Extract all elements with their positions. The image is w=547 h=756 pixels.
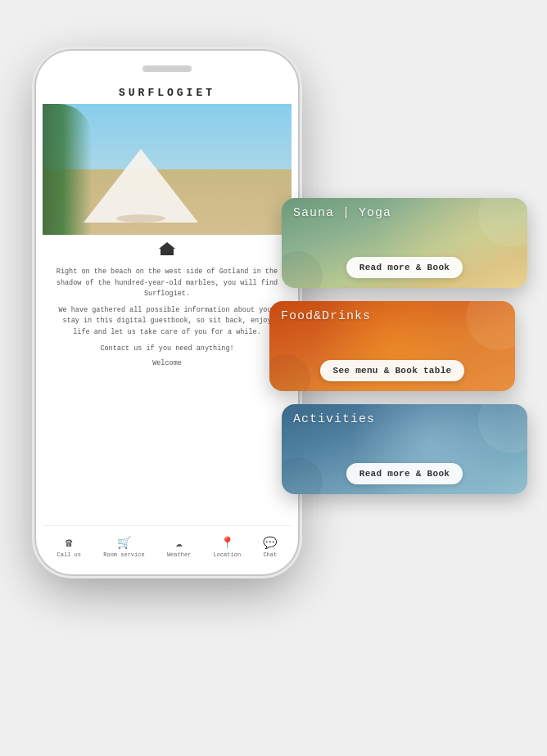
home-icon [159, 242, 175, 255]
nav-item-weather[interactable]: ☁ Weather [167, 536, 191, 558]
nav-item-location[interactable]: 📍 Location [214, 536, 242, 558]
bottom-nav: ☎ Call us 🛒 Room service ☁ Weather 📍 Loc… [43, 525, 292, 568]
app-body: Right on the beach on the west side of G… [43, 235, 292, 525]
phone-inner: SURFLOGIET Right on the beach on the wes… [43, 57, 292, 568]
nav-label-weather: Weather [167, 551, 191, 558]
home-icon-container [56, 241, 278, 260]
body-text-3: Contact us if you need anything! [56, 344, 278, 355]
nav-item-chat[interactable]: 💬 Chat [263, 536, 277, 558]
sauna-yoga-card-content: Sauna | Yoga Read more & Book [293, 206, 516, 278]
phone-notch [142, 65, 192, 72]
sauna-yoga-title: Sauna | Yoga [293, 206, 516, 220]
activities-title: Activities [293, 412, 516, 426]
sauna-yoga-card: Sauna | Yoga Read more & Book [282, 198, 527, 288]
scene: SURFLOGIET Right on the beach on the wes… [20, 18, 527, 738]
nav-label-room-service: Room service [103, 551, 144, 558]
tent-shape [84, 149, 198, 223]
phone-status-bar [43, 57, 292, 80]
nav-label-chat: Chat [263, 551, 277, 558]
cart-icon: 🛒 [117, 536, 131, 550]
sauna-yoga-book-button[interactable]: Read more & Book [346, 257, 463, 278]
nav-label-call: Call us [57, 551, 81, 558]
location-icon: 📍 [220, 536, 234, 550]
food-drinks-card-content: Food&Drinks See menu & Book table [281, 309, 504, 381]
activities-card: Activities Read more & Book [282, 404, 527, 494]
activities-card-content: Activities Read more & Book [293, 412, 516, 484]
app-title: SURFLOGIET [43, 80, 292, 104]
weather-icon: ☁ [175, 536, 182, 550]
nav-item-room-service[interactable]: 🛒 Room service [103, 536, 144, 558]
call-icon: ☎ [66, 536, 72, 550]
nav-label-location: Location [214, 551, 242, 558]
nav-item-call[interactable]: ☎ Call us [57, 536, 81, 558]
food-drinks-title: Food&Drinks [281, 309, 504, 323]
phone-frame: SURFLOGIET Right on the beach on the wes… [36, 51, 298, 574]
body-text-1: Right on the beach on the west side of G… [56, 267, 278, 300]
app-content: SURFLOGIET Right on the beach on the wes… [43, 80, 292, 568]
hero-image [43, 104, 292, 235]
chat-icon: 💬 [263, 536, 277, 550]
welcome-text: Welcome [56, 359, 278, 367]
food-drinks-card: Food&Drinks See menu & Book table [269, 301, 515, 391]
food-drinks-book-button[interactable]: See menu & Book table [320, 360, 465, 381]
activities-book-button[interactable]: Read more & Book [346, 463, 463, 484]
body-text-2: We have gathered all possible informatio… [56, 305, 278, 339]
overlay-cards: Sauna | Yoga Read more & Book Food&Drink… [265, 198, 527, 494]
